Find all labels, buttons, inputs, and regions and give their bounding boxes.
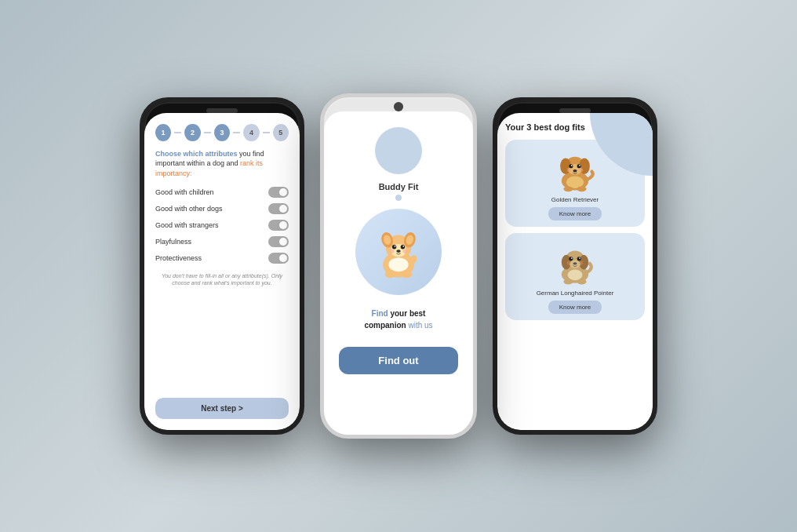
step-2[interactable]: 2 xyxy=(184,124,200,141)
top-decoration-blob xyxy=(375,127,422,174)
corgi-illustration xyxy=(363,217,434,287)
step-3[interactable]: 3 xyxy=(214,124,230,141)
svg-point-38 xyxy=(569,257,573,261)
center-phone: Buddy Fit xyxy=(320,93,477,439)
right-phone: Your 3 best dog fits xyxy=(493,97,657,435)
svg-point-44 xyxy=(579,261,583,264)
german-pointer-image xyxy=(548,239,602,286)
know-more-golden-retriever[interactable]: Know more xyxy=(548,207,602,220)
svg-point-10 xyxy=(402,245,404,246)
right-phone-screen: Your 3 best dog fits xyxy=(497,113,653,430)
attribute-row-strangers: Good with strangers xyxy=(155,220,289,231)
step-line-1 xyxy=(174,132,181,133)
svg-point-16 xyxy=(402,271,413,278)
disclaimer-text: You don't have to fill-in all or any att… xyxy=(155,272,289,288)
phones-container: 1 2 3 4 5 xyxy=(140,93,657,439)
german-pointer-name: German Longhaired Pointer xyxy=(537,290,614,297)
know-more-german-pointer[interactable]: Know more xyxy=(548,301,602,314)
center-phone-screen: Buddy Fit xyxy=(324,111,473,435)
svg-point-24 xyxy=(577,164,581,168)
svg-point-25 xyxy=(571,165,573,166)
svg-point-32 xyxy=(577,186,587,191)
svg-point-8 xyxy=(401,245,405,249)
svg-point-28 xyxy=(567,168,571,172)
svg-point-29 xyxy=(579,168,583,172)
next-step-button[interactable]: Next step > xyxy=(155,398,289,419)
svg-point-39 xyxy=(577,257,581,261)
find-out-button[interactable]: Find out xyxy=(339,347,458,374)
attribute-row-dogs: Good with other dogs xyxy=(155,203,289,214)
small-decoration-dot xyxy=(395,195,402,201)
svg-point-40 xyxy=(571,257,573,259)
dog-circle xyxy=(355,209,442,295)
svg-point-41 xyxy=(579,257,580,259)
toggle-playfulness[interactable] xyxy=(268,236,289,247)
golden-retriever-name: Golden Retriever xyxy=(551,196,599,203)
buddy-fit-title: Buddy Fit xyxy=(379,182,419,191)
camera-notch-left xyxy=(206,108,238,113)
left-phone: 1 2 3 4 5 xyxy=(140,97,304,435)
german-pointer-illustration xyxy=(548,239,602,286)
svg-point-14 xyxy=(388,257,408,271)
svg-point-42 xyxy=(573,262,577,264)
step-line-2 xyxy=(204,132,211,133)
svg-point-45 xyxy=(568,269,583,280)
results-title: Your 3 best dog fits xyxy=(505,122,645,132)
svg-point-43 xyxy=(567,261,571,264)
svg-point-11 xyxy=(396,250,400,253)
svg-point-12 xyxy=(390,249,394,253)
steps-row: 1 2 3 4 5 xyxy=(155,124,289,141)
svg-point-23 xyxy=(569,164,573,168)
attribute-row-playfulness: Playfulness xyxy=(155,236,289,247)
step-line-3 xyxy=(233,132,240,133)
choose-heading: Choose which attributes you find importa… xyxy=(155,149,289,179)
golden-retriever-illustration xyxy=(548,146,602,193)
right-screen-content: Your 3 best dog fits xyxy=(497,113,653,430)
left-screen-content: 1 2 3 4 5 xyxy=(144,113,300,430)
dog-card-german-pointer: German Longhaired Pointer Know more xyxy=(505,233,645,320)
step-5[interactable]: 5 xyxy=(273,124,289,141)
svg-point-26 xyxy=(579,165,580,166)
golden-retriever-image xyxy=(548,146,602,193)
center-screen-content: Buddy Fit xyxy=(324,111,473,435)
toggle-dogs[interactable] xyxy=(268,203,289,214)
attribute-row-children: Good with children xyxy=(155,187,289,198)
svg-point-27 xyxy=(573,169,577,172)
attribute-row-protectiveness: Protectiveness xyxy=(155,253,289,264)
svg-point-9 xyxy=(395,245,396,246)
companion-tagline: Find your best companion with us xyxy=(351,308,445,331)
svg-point-7 xyxy=(392,245,396,249)
svg-point-31 xyxy=(563,186,573,191)
toggle-strangers[interactable] xyxy=(268,220,289,231)
toggle-protectiveness[interactable] xyxy=(268,253,289,264)
step-line-4 xyxy=(263,132,270,133)
camera-dot-center xyxy=(394,102,403,111)
svg-point-47 xyxy=(577,279,587,284)
step-1[interactable]: 1 xyxy=(155,124,171,141)
svg-point-46 xyxy=(563,279,573,284)
step-4[interactable]: 4 xyxy=(243,124,259,141)
toggle-children[interactable] xyxy=(268,187,289,198)
left-phone-screen: 1 2 3 4 5 xyxy=(144,113,300,430)
svg-point-13 xyxy=(402,249,406,253)
svg-point-15 xyxy=(385,271,395,278)
